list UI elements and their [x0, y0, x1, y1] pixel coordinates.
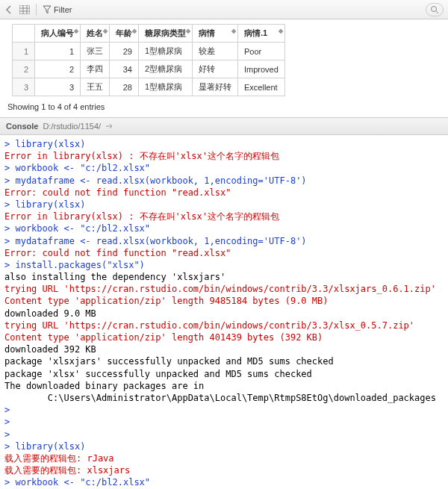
console-line: Error: could not find function "read.xls… — [4, 247, 444, 259]
console-line: Content type 'application/zip' length 94… — [4, 295, 444, 307]
popout-icon[interactable] — [105, 122, 114, 130]
cell: 显著好转 — [193, 78, 238, 96]
console-line: > library(xlsx) — [4, 138, 444, 150]
console-line: also installing the dependency 'xlsxjars… — [4, 271, 444, 283]
console-line: > — [4, 404, 444, 416]
svg-point-5 — [432, 6, 437, 11]
console-line: > library(xlsx) — [4, 199, 444, 211]
search-button[interactable] — [426, 3, 444, 16]
separator — [36, 4, 37, 16]
console-line: 载入需要的程辑包: rJava — [4, 452, 444, 464]
console-tab[interactable]: Console — [6, 122, 38, 131]
filter-icon — [43, 5, 52, 14]
col-header[interactable]: 年龄◆ — [110, 25, 139, 43]
console-line: downloaded 392 KB — [4, 343, 444, 355]
col-header[interactable]: 病情◆ — [193, 25, 238, 43]
console-line: downloaded 9.0 MB — [4, 308, 444, 320]
cell: 张三 — [81, 43, 110, 60]
console-line: package 'xlsx' successfully unpacked and… — [4, 368, 444, 380]
console-line: > install.packages("xlsx") — [4, 259, 444, 271]
cell: Improved — [238, 60, 285, 78]
cell: 29 — [110, 43, 139, 60]
cell: 李四 — [81, 60, 110, 78]
sort-icon[interactable]: ◆ — [103, 28, 108, 34]
data-viewer: 病人编号◆ 姓名◆ 年龄◆ 糖尿病类型◆ 病情◆ 病情.1◆ 11张三291型糖… — [0, 19, 448, 98]
console-line: Error in library(xlsx) : 不存在叫'xlsx'这个名字的… — [4, 150, 444, 162]
cell: Poor — [238, 43, 285, 60]
table-button[interactable] — [19, 5, 30, 14]
console-line: C:\Users\Administrator\AppData\Local\Tem… — [4, 392, 444, 404]
table-row[interactable]: 33王五281型糖尿病显著好转Excellent — [13, 78, 285, 96]
cell: 1 — [35, 43, 81, 60]
entries-info: Showing 1 to 4 of 4 entries — [0, 98, 448, 117]
sort-icon[interactable]: ◆ — [231, 28, 236, 34]
cell: 34 — [110, 60, 139, 78]
table-icon — [19, 5, 30, 14]
data-table: 病人编号◆ 姓名◆ 年龄◆ 糖尿病类型◆ 病情◆ 病情.1◆ 11张三291型糖… — [12, 24, 285, 96]
console-line: > — [4, 416, 444, 428]
console-line: > library(xlsx) — [4, 440, 444, 452]
arrow-left-icon — [4, 5, 13, 14]
search-icon — [430, 5, 439, 14]
console-line: Error: could not find function "read.xls… — [4, 187, 444, 199]
console-line: > workbook <- "c:/bl2.xlsx" — [4, 162, 444, 174]
filter-button[interactable]: Filter — [43, 5, 72, 14]
cell: 28 — [110, 78, 139, 96]
col-header[interactable]: 姓名◆ — [81, 25, 110, 43]
back-button[interactable] — [4, 5, 13, 14]
console-line: > workbook <- "c:/bl2.xlsx" — [4, 222, 444, 234]
console-line: package 'xlsxjars' successfully unpacked… — [4, 355, 444, 367]
sort-icon[interactable]: ◆ — [279, 28, 283, 34]
cell: 3 — [35, 78, 81, 96]
sort-icon[interactable]: ◆ — [186, 28, 190, 34]
filter-label: Filter — [54, 5, 72, 14]
console-line: trying URL 'https://cran.rstudio.com/bin… — [4, 283, 444, 295]
console-line: Content type 'application/zip' length 40… — [4, 331, 444, 343]
console-header: Console D:/rstudio/1154/ — [0, 117, 448, 135]
row-number: 1 — [13, 43, 35, 60]
console-line: > — [4, 429, 444, 440]
cell: 好转 — [193, 60, 238, 78]
row-number: 2 — [13, 60, 35, 78]
table-row[interactable]: 11张三291型糖尿病较差Poor — [13, 43, 285, 60]
table-row[interactable]: 22李四342型糖尿病好转Improved — [13, 60, 285, 78]
cell: 1型糖尿病 — [139, 43, 193, 60]
cell: 1型糖尿病 — [139, 78, 193, 96]
console-line: trying URL 'https://cran.rstudio.com/bin… — [4, 320, 444, 331]
header-row: 病人编号◆ 姓名◆ 年龄◆ 糖尿病类型◆ 病情◆ 病情.1◆ — [13, 25, 285, 43]
console-output[interactable]: > library(xlsx)Error in library(xlsx) : … — [0, 135, 448, 489]
cell: 较差 — [193, 43, 238, 60]
console-line: The downloaded binary packages are in — [4, 380, 444, 392]
console-line: Error in library(xlsx) : 不存在叫'xlsx'这个名字的… — [4, 211, 444, 222]
sort-icon[interactable]: ◆ — [132, 28, 137, 34]
cell: 王五 — [81, 78, 110, 96]
cell: 2型糖尿病 — [139, 60, 193, 78]
cell: Excellent — [238, 78, 285, 96]
console-line: > mydataframe <- read.xlsx(workbook, 1,e… — [4, 235, 444, 247]
console-line: > mydataframe <- read.xlsx(workbook, 1,e… — [4, 175, 444, 187]
svg-rect-0 — [19, 5, 30, 14]
svg-line-6 — [436, 11, 438, 13]
col-header[interactable]: 病情.1◆ — [238, 25, 285, 43]
rownum-header — [13, 25, 35, 43]
sort-icon[interactable]: ◆ — [74, 28, 78, 34]
console-path: D:/rstudio/1154/ — [43, 122, 101, 131]
console-line: 载入需要的程辑包: xlsxjars — [4, 464, 444, 476]
cell: 2 — [35, 60, 81, 78]
col-header[interactable]: 糖尿病类型◆ — [139, 25, 193, 43]
row-number: 3 — [13, 78, 35, 96]
console-line: > workbook <- "c:/bl2.xlsx" — [4, 476, 444, 488]
data-viewer-toolbar: Filter — [0, 0, 448, 19]
col-header[interactable]: 病人编号◆ — [35, 25, 81, 43]
